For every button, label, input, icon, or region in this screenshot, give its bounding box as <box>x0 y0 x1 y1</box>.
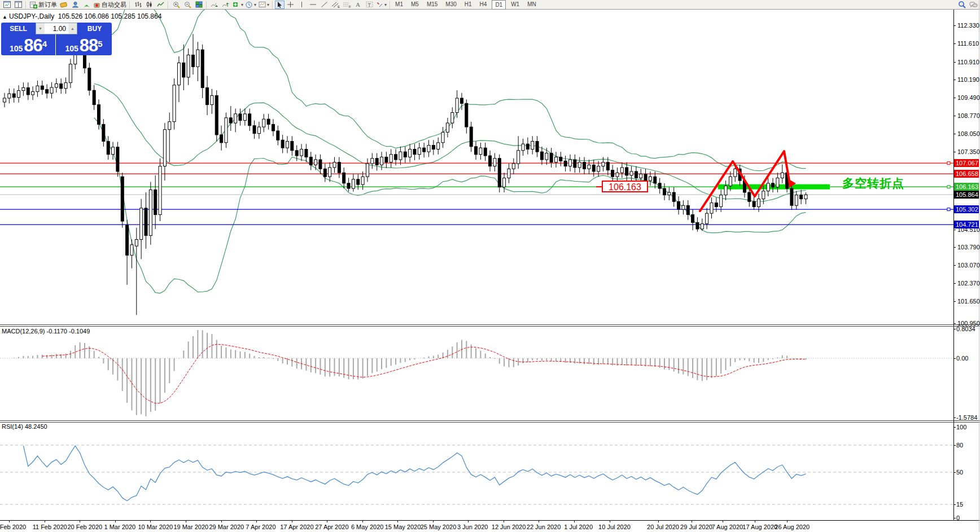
timeframe-button-M15[interactable]: M15 <box>424 0 440 8</box>
candle <box>564 156 567 172</box>
history-center-icon[interactable] <box>58 1 69 9</box>
chevron-down-icon: ▾ <box>254 2 256 7</box>
bar-chart-icon[interactable] <box>132 1 143 9</box>
trendline-tool[interactable] <box>318 1 330 9</box>
rsi-tick-label: 50 <box>956 469 963 476</box>
buy-button[interactable]: BUY <box>77 23 112 34</box>
auto-scroll-icon[interactable] <box>209 1 220 9</box>
rsi-pane-canvas[interactable] <box>0 422 953 520</box>
candle <box>583 157 586 174</box>
date-label: 11 Feb 2020 <box>33 524 67 530</box>
horizontal-line-tool[interactable] <box>307 1 318 9</box>
timeframe-button-H4[interactable]: H4 <box>477 0 490 8</box>
rsi-tick-dash <box>953 472 956 473</box>
templates-button[interactable]: ▾ <box>257 1 270 9</box>
signal-icon[interactable] <box>81 1 92 9</box>
candle <box>286 136 289 153</box>
sell-price-small: 105 <box>10 43 23 54</box>
rsi-line <box>23 446 806 501</box>
volume-decrease-button[interactable]: ▼ <box>36 23 45 34</box>
candle <box>371 153 374 169</box>
price-tag: 106.658 <box>954 170 979 178</box>
timeframe-button-MN[interactable]: MN <box>524 0 539 8</box>
price-tick-dash <box>953 80 956 80</box>
rsi-tick-dash <box>953 427 956 428</box>
candlestick-chart-icon[interactable] <box>143 1 155 9</box>
price-tick-label: 109.490 <box>957 94 980 101</box>
line-handle[interactable] <box>947 162 950 165</box>
new-order-button[interactable]: 新订单 <box>28 1 58 9</box>
text-label-tool[interactable]: T <box>364 1 375 9</box>
line-handle[interactable] <box>947 186 950 188</box>
indicators-add-button[interactable]: ▾ <box>231 1 244 9</box>
text-tool[interactable]: A <box>352 1 364 9</box>
candle <box>692 209 694 230</box>
candle <box>145 192 147 249</box>
line-handle[interactable] <box>947 208 950 211</box>
timeframe-button-W1[interactable]: W1 <box>508 0 522 8</box>
one-click-trading-panel: SELL ▼ 1.00 ▲ BUY 105864 105885 <box>1 23 112 55</box>
timeframe-button-M30[interactable]: M30 <box>443 0 459 8</box>
candle <box>470 122 473 152</box>
symbol-ohlc-values: 105.526 106.086 105.285 105.864 <box>58 12 162 20</box>
periods-button[interactable]: ▾ <box>244 1 257 9</box>
candle <box>140 199 143 260</box>
market-watch-person-icon[interactable] <box>69 1 81 9</box>
date-label: Feb 2020 <box>0 524 26 530</box>
zoom-out-icon[interactable] <box>182 1 193 9</box>
chevron-down-icon: ▾ <box>384 2 387 7</box>
chart-shift-icon[interactable] <box>220 1 231 9</box>
timeframe-button-M1[interactable]: M1 <box>392 0 406 8</box>
price-level-callout[interactable]: 106.163 <box>602 181 648 192</box>
timeframe-button-D1[interactable]: D1 <box>492 0 506 10</box>
candle <box>465 99 468 133</box>
price-tick-dash <box>953 43 956 44</box>
candle <box>611 165 614 182</box>
chart-window-icon[interactable] <box>1 1 12 9</box>
buy-price-small: 105 <box>65 43 78 54</box>
candle <box>658 178 661 194</box>
crosshair-tool[interactable] <box>285 1 296 9</box>
macd-pane-canvas[interactable] <box>0 327 953 420</box>
equidistant-channel-tool[interactable]: E <box>330 1 341 9</box>
price-tick-label: 107.350 <box>957 148 980 155</box>
zoom-in-icon[interactable] <box>170 1 182 9</box>
svg-text:E: E <box>338 5 340 8</box>
sell-button[interactable]: SELL <box>1 23 36 34</box>
candle <box>682 200 685 215</box>
price-tick-label: 110.190 <box>957 76 979 83</box>
line-chart-icon[interactable] <box>155 1 166 9</box>
candle <box>243 109 246 126</box>
price-tick-dash <box>953 323 956 324</box>
turning-point-note[interactable]: 多空转折点 <box>842 175 904 191</box>
candle <box>64 77 67 94</box>
timeframe-button-M5[interactable]: M5 <box>408 0 422 8</box>
buy-price-display[interactable]: 105885 <box>56 34 112 55</box>
date-tick-dash <box>45 521 45 522</box>
candle <box>22 82 25 96</box>
price-chart-canvas[interactable] <box>0 10 953 324</box>
profile-window-icon[interactable] <box>12 1 24 9</box>
search-icon[interactable] <box>956 1 968 9</box>
timeframe-button-H1[interactable]: H1 <box>462 0 475 8</box>
date-label: 1 Jul 2020 <box>564 524 593 530</box>
auto-trading-button[interactable]: 自动交易 <box>92 1 128 9</box>
cursor-tool[interactable] <box>275 1 285 9</box>
candle <box>451 107 454 128</box>
vertical-line-tool[interactable] <box>296 1 307 9</box>
volume-value[interactable]: 1.00 <box>45 25 68 33</box>
price-tick-dash <box>953 98 956 98</box>
sell-price-display[interactable]: 105864 <box>1 34 55 55</box>
chat-icon[interactable] <box>968 1 979 9</box>
tile-windows-icon[interactable] <box>193 1 204 9</box>
fibonacci-tool[interactable]: F <box>341 1 352 9</box>
candle <box>41 81 43 95</box>
candle <box>479 143 482 160</box>
volume-increase-button[interactable]: ▲ <box>68 23 77 34</box>
rsi-tick-label: 15 <box>956 501 963 508</box>
arrows-tool[interactable]: ▾ <box>375 1 388 9</box>
template-icon <box>259 1 266 8</box>
candle <box>314 155 317 170</box>
chart-collapse-icon[interactable]: ▲ <box>2 14 7 20</box>
candle <box>663 183 666 200</box>
